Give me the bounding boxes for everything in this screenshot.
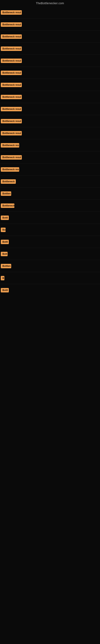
bottleneck-badge[interactable]: Bottlen bbox=[1, 192, 11, 196]
bottleneck-badge[interactable]: Bottleneck resul bbox=[1, 83, 22, 87]
bottleneck-badge[interactable]: Bottl bbox=[1, 216, 9, 220]
list-item: Bo bbox=[0, 224, 100, 236]
bottleneck-badge[interactable]: Bo bbox=[1, 228, 6, 232]
bottleneck-badge[interactable]: Bottleneck resul bbox=[1, 58, 22, 63]
bottleneck-badge[interactable]: Bottleneck resul bbox=[1, 119, 22, 123]
bottleneck-badge[interactable]: Bottleneck resul bbox=[1, 46, 22, 51]
bottleneck-badge[interactable]: Bottlen bbox=[1, 264, 11, 268]
list-item: Bottleneck resul bbox=[0, 6, 100, 18]
list-item: Bottlen bbox=[0, 188, 100, 200]
site-title: TheBottlenecker.com bbox=[0, 0, 100, 6]
bottleneck-badge[interactable]: Bottleneck bbox=[1, 204, 14, 208]
list-item: Bottleneck resul bbox=[0, 115, 100, 127]
list-item: Bott bbox=[0, 248, 100, 260]
list-item: Bottleneck resul bbox=[0, 18, 100, 30]
bottleneck-badge[interactable]: Bottleneck bbox=[1, 179, 16, 184]
list-item: B bbox=[0, 272, 100, 284]
bottleneck-badge[interactable]: Bottl bbox=[1, 240, 9, 244]
bottleneck-badge[interactable]: Bott bbox=[1, 252, 8, 256]
bottleneck-badge[interactable]: Bottleneck resul bbox=[1, 34, 22, 39]
list-item: Bottlen bbox=[0, 260, 100, 272]
bottleneck-badge[interactable]: Bottleneck resul bbox=[1, 22, 22, 27]
list-item: Bottleneck resul bbox=[0, 43, 100, 55]
list-item: Bottl bbox=[0, 236, 100, 248]
list-item: Bottleneck resul bbox=[0, 30, 100, 43]
list-item: Bottleneck res bbox=[0, 164, 100, 176]
bottleneck-badge[interactable]: Bottleneck resul bbox=[1, 10, 22, 15]
list-item: Bottl bbox=[0, 284, 100, 296]
list-item: Bottl bbox=[0, 212, 100, 224]
bottleneck-badge[interactable]: Bottleneck res bbox=[1, 143, 19, 148]
list-item: Bottleneck resul bbox=[0, 91, 100, 103]
site-header: TheBottlenecker.com bbox=[0, 0, 100, 6]
rows-container: Bottleneck resulBottleneck resulBottlene… bbox=[0, 6, 100, 296]
bottleneck-badge[interactable]: Bottleneck res bbox=[1, 167, 19, 172]
list-item: Bottleneck resul bbox=[0, 67, 100, 79]
bottleneck-badge[interactable]: Bottl bbox=[1, 288, 9, 292]
bottleneck-badge[interactable]: Bottleneck resul bbox=[1, 131, 22, 136]
list-item: Bottleneck bbox=[0, 176, 100, 188]
list-item: Bottleneck res bbox=[0, 139, 100, 151]
list-item: Bottleneck resul bbox=[0, 79, 100, 91]
list-item: Bottleneck bbox=[0, 200, 100, 212]
bottleneck-badge[interactable]: B bbox=[1, 276, 4, 280]
list-item: Bottleneck resul bbox=[0, 151, 100, 164]
list-item: Bottleneck resul bbox=[0, 55, 100, 67]
bottleneck-badge[interactable]: Bottleneck resul bbox=[1, 155, 22, 160]
list-item: Bottleneck resul bbox=[0, 103, 100, 115]
bottleneck-badge[interactable]: Bottleneck resul bbox=[1, 71, 22, 75]
bottleneck-badge[interactable]: Bottleneck resul bbox=[1, 107, 22, 111]
list-item: Bottleneck resul bbox=[0, 127, 100, 139]
bottleneck-badge[interactable]: Bottleneck resul bbox=[1, 95, 22, 99]
